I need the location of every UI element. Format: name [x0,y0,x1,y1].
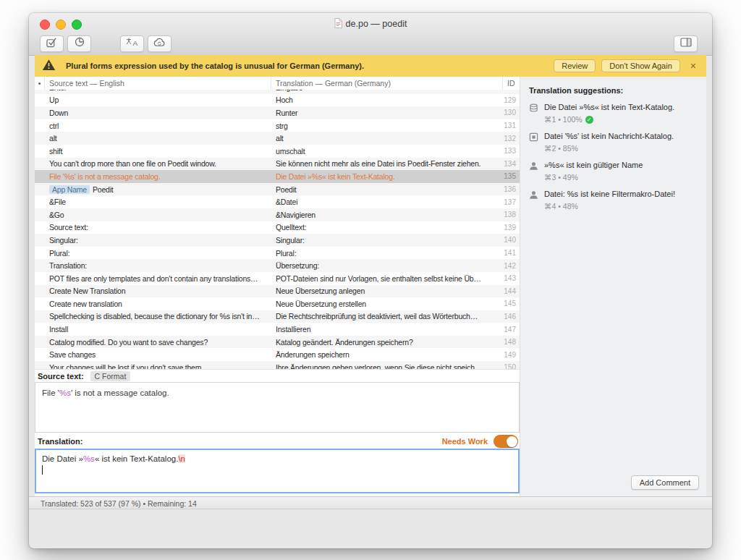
dont-show-again-button[interactable]: Don't Show Again [601,59,680,72]
user-icon [529,190,539,203]
suggestion-item[interactable]: Datei: %s ist keine Filtermakro-Datei!⌘4… [520,190,706,211]
suggestion-text: Die Datei »%s« ist kein Text-Katalog. [544,103,674,112]
table-rows: EnterEingabeUpHoch129DownRunter130ctrlst… [35,90,520,369]
catalog-pane: • Source text — English Translation — Ge… [35,77,520,496]
svg-text:A: A [132,39,137,47]
validate-icon [46,37,57,51]
user-icon [529,161,539,174]
table-row[interactable]: Translation:Übersetzung:142 [35,259,520,272]
window-chrome: de.po — poedit A [29,13,712,56]
status-column-header[interactable]: • [35,77,45,90]
table-row[interactable]: Plural:Plural:141 [35,247,520,260]
table-row[interactable]: &Go&Navigieren138 [35,208,520,221]
suggestions-title: Translation suggestions: [520,77,706,103]
c-format-tag: C Format [90,371,131,381]
table-row[interactable]: Create New TranslationNeue Übersetzung a… [35,285,520,298]
warning-icon [42,59,56,74]
table-row[interactable]: You can't drop more than one file on Poe… [35,158,520,171]
table-row[interactable]: Spellchecking is disabled, because the d… [35,310,520,323]
warning-banner: Plural forms expression used by the cata… [35,55,706,77]
document-icon [334,18,342,30]
banner-close-icon[interactable]: × [690,61,696,71]
table-row[interactable]: File '%s' is not a message catalog.Die D… [35,170,520,183]
table-row[interactable]: Source text:Quelltext:139 [35,221,520,234]
suggestion-text: Datei '%s' ist kein Nachricht-Katalog. [544,132,674,141]
sync-button[interactable] [148,35,172,52]
machine-icon [529,132,539,145]
review-button[interactable]: Review [554,59,596,72]
app-name-tag: App Name [49,185,90,194]
suggestion-item[interactable]: »%s« ist kein gültiger Name⌘3 • 49% [520,161,706,182]
table-row[interactable]: App NamePoeditPoedit136 [35,183,520,196]
table-header: • Source text — English Translation — Ge… [35,77,520,90]
table-row[interactable]: InstallInstallieren147 [35,323,520,336]
id-column-header[interactable]: ID [503,77,520,90]
statistics-button[interactable] [67,35,91,52]
toolbar: A [29,33,712,54]
sidebar-toggle-button[interactable] [674,35,698,52]
needs-work-label: Needs Work [442,437,488,446]
suggestions-list: Die Datei »%s« ist kein Text-Katalog.⌘1 … [520,103,706,211]
status-bar: Translated: 523 of 537 (97 %) • Remainin… [29,496,712,509]
translation-memory-icon [529,103,539,116]
pretranslate-icon: A [126,37,139,50]
table-row[interactable]: ctrlstrg131 [35,119,520,132]
table-row[interactable]: shiftumschalt133 [35,145,520,158]
translation-column-header[interactable]: Translation — German (Germany) [271,77,503,90]
table-row[interactable]: altalt132 [35,132,520,145]
banner-message: Plural forms expression used by the cata… [66,61,364,70]
suggestion-meta: ⌘1 • 100%✓ [544,115,674,124]
validate-button[interactable] [40,35,64,52]
poedit-window: de.po — poedit A Plural forms expression [29,13,712,548]
suggestion-text: Datei: %s ist keine Filtermakro-Datei! [544,190,675,199]
suggestion-item[interactable]: Datei '%s' ist kein Nachricht-Katalog.⌘2… [520,132,706,153]
table-row[interactable]: &File&Datei137 [35,195,520,208]
sidebar-toggle-icon [680,37,692,50]
translation-bar: Translation: Needs Work [35,434,520,449]
translation-editor[interactable]: Die Datei »%s« ist kein Text-Katalog.\n [35,449,520,493]
verified-check-icon: ✓ [585,116,593,124]
table-row[interactable]: Your changes will be lost if you don't s… [35,361,520,369]
window-title: de.po — poedit [346,19,407,29]
pretranslate-button[interactable]: A [120,35,144,52]
table-row[interactable]: DownRunter130 [35,106,520,119]
needs-work-toggle[interactable] [494,435,518,448]
table-row[interactable]: POT files are only templates and don't c… [35,272,520,285]
table-row[interactable]: Singular:Singular:140 [35,234,520,247]
source-text-bar: Source text: C Format [35,369,520,383]
table-row[interactable]: Catalog modified. Do you want to save ch… [35,336,520,349]
source-text-label: Source text: [38,372,84,381]
titlebar: de.po — poedit [29,17,712,30]
toggle-knob [507,436,517,447]
source-text-view: File '%s' is not a message catalog. [35,382,520,433]
suggestion-meta: ⌘2 • 85% [544,144,674,153]
table-row[interactable]: UpHoch129 [35,94,520,107]
text-cursor [42,465,43,475]
cloud-sync-icon [153,37,166,50]
translation-label: Translation: [38,437,82,446]
suggestions-sidebar: Translation suggestions: Die Datei »%s« … [520,77,706,496]
add-comment-button[interactable]: Add Comment [631,475,699,490]
suggestion-meta: ⌘4 • 48% [544,202,675,211]
suggestion-item[interactable]: Die Datei »%s« ist kein Text-Katalog.⌘1 … [520,103,706,124]
statistics-icon [75,37,85,50]
source-column-header[interactable]: Source text — English [45,77,271,90]
suggestion-meta: ⌘3 • 49% [544,173,643,182]
suggestion-text: »%s« ist kein gültiger Name [544,161,643,170]
table-row[interactable]: Create new translationNeue Übersetzung e… [35,297,520,310]
status-text: Translated: 523 of 537 (97 %) • Remainin… [41,499,197,508]
table-row[interactable]: Save changesÄnderungen speichern149 [35,348,520,361]
main-content: • Source text — English Translation — Ge… [35,77,706,496]
